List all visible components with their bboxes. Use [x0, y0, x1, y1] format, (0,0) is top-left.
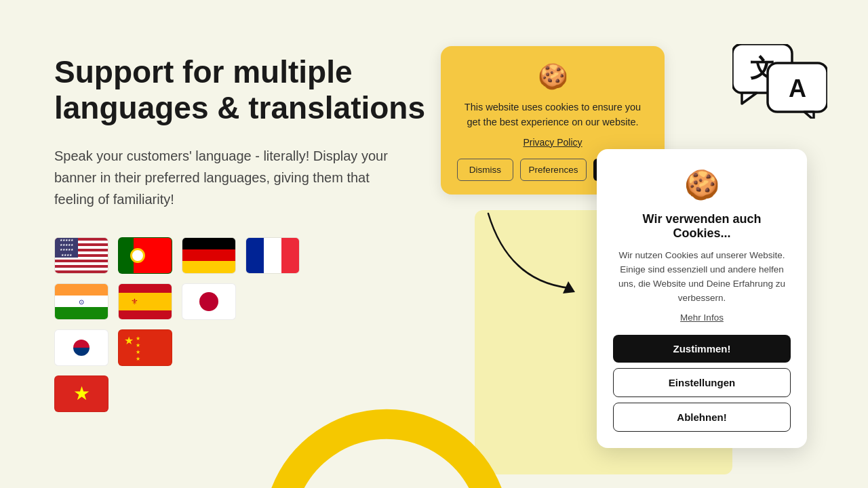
- flag-vn: ★: [54, 375, 108, 412]
- flag-row-1: ★★★★★ ★★★★★ ★★★★★ ★★★★: [54, 237, 434, 274]
- cookie-banner-german: 🍪 Wir verwenden auch Cookies... Wir nutz…: [597, 149, 807, 448]
- more-info-link-de[interactable]: Mehr Infos: [613, 312, 791, 323]
- cookie-icon-de: 🍪: [613, 168, 791, 201]
- privacy-policy-link-en[interactable]: Privacy Policy: [457, 137, 648, 148]
- flag-es: [118, 283, 172, 320]
- cookie-text-en: This website uses cookies to ensure you …: [457, 100, 648, 130]
- flag-us: ★★★★★ ★★★★★ ★★★★★ ★★★★: [54, 237, 108, 274]
- dismiss-button[interactable]: Dismiss: [457, 159, 513, 181]
- accept-button-de[interactable]: Zustimmen!: [613, 335, 791, 363]
- main-title: Support for multiple languages & transla…: [54, 54, 434, 126]
- cookie-icon-en: 🍪: [457, 62, 648, 91]
- settings-button-de[interactable]: Einstellungen: [613, 368, 791, 397]
- flag-de: [182, 237, 236, 274]
- flag-pt: [118, 237, 172, 274]
- cookie-text-de: Wir nutzen Cookies auf unserer Website. …: [613, 249, 791, 306]
- translate-icon: 文 A: [732, 44, 827, 121]
- flag-cn: ★ ★ ★ ★ ★: [118, 329, 172, 366]
- svg-marker-4: [804, 112, 814, 119]
- flag-kr: [54, 329, 108, 366]
- subtitle: Speak your customers' language - literal…: [54, 145, 407, 210]
- preferences-button[interactable]: Preferences: [520, 159, 587, 181]
- arrow-svg: [468, 200, 590, 308]
- flag-jp: [182, 283, 236, 320]
- svg-text:A: A: [789, 75, 806, 102]
- flag-fr: [245, 237, 300, 274]
- yellow-arc: [271, 271, 502, 488]
- svg-marker-1: [742, 93, 757, 104]
- flag-in: [54, 283, 108, 320]
- decline-button-de[interactable]: Ablehnen!: [613, 403, 791, 432]
- cookie-title-de: Wir verwenden auch Cookies...: [613, 212, 791, 241]
